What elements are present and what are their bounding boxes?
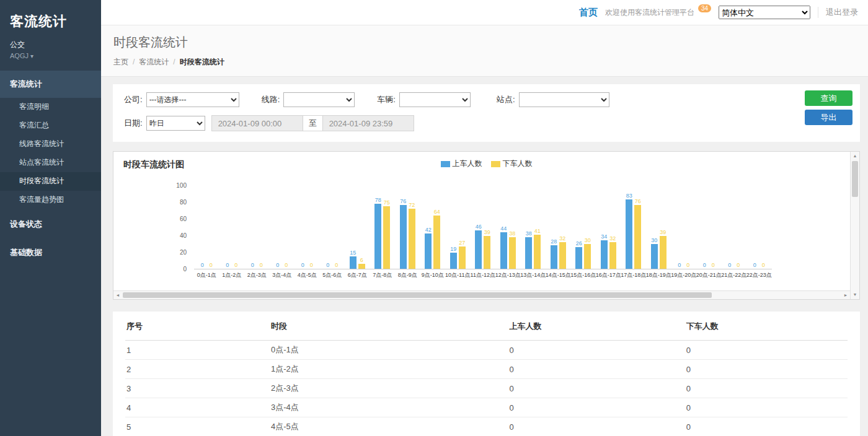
bar[interactable] [425, 233, 432, 269]
sidebar-item-时段客流统计[interactable]: 时段客流统计 [0, 172, 101, 191]
date-range-group: 至 [211, 115, 414, 131]
bar[interactable] [626, 199, 632, 269]
table-cell: 5 [125, 417, 270, 436]
app-logo: 客流统计 [0, 0, 101, 36]
bar[interactable] [559, 242, 566, 269]
y-tick-label: 60 [163, 216, 187, 222]
bar[interactable] [450, 253, 457, 269]
y-tick-label: 100 [163, 182, 187, 189]
scroll-right-icon[interactable] [841, 291, 850, 299]
x-axis-label: 5点-6点 [322, 271, 342, 279]
legend-item[interactable]: 下车人数 [491, 159, 533, 169]
table-header-cell: 时段 [270, 312, 508, 341]
bar[interactable] [609, 242, 616, 269]
sidebar-item-站点客流统计[interactable]: 站点客流统计 [0, 154, 101, 172]
line-label: 线路: [262, 94, 280, 105]
breadcrumb: 主页/客流统计/时段客流统计 [113, 57, 856, 68]
export-button[interactable]: 导出 [805, 110, 852, 125]
content: 公司: ---请选择--- 线路: 车辆: 站点: 日期: 昨日 [101, 77, 868, 436]
horizontal-scroll-thumb[interactable] [123, 292, 712, 298]
sidebar-item-客流汇总[interactable]: 客流汇总 [0, 116, 101, 135]
app-root: 客流统计 公交 AQGJ 客流统计客流明细客流汇总线路客流统计站点客流统计时段客… [0, 0, 868, 436]
sidebar-item-线路客流统计[interactable]: 线路客流统计 [0, 135, 101, 154]
bar[interactable] [584, 244, 591, 269]
legend-label: 上车人数 [453, 159, 482, 169]
table-row[interactable]: 10点-1点00 [125, 341, 848, 360]
x-axis-label: 3点-4点 [272, 271, 291, 279]
bar[interactable] [509, 237, 516, 269]
sidebar-item-设备状态[interactable]: 设备状态 [0, 211, 101, 238]
x-axis-label: 21点-22点 [721, 271, 746, 279]
date-to-input[interactable] [322, 115, 414, 131]
bar[interactable] [660, 236, 666, 269]
bar[interactable] [551, 245, 557, 269]
scroll-left-icon[interactable] [113, 291, 122, 299]
chart-horizontal-scrollbar[interactable] [113, 290, 850, 299]
bar-value-label: 38 [509, 230, 515, 237]
x-axis-label: 11点-12点 [471, 271, 495, 279]
bar[interactable] [350, 256, 356, 269]
chart-vertical-scrollbar[interactable] [850, 152, 859, 299]
bar[interactable] [383, 206, 390, 269]
sidebar-item-客流明细[interactable]: 客流明细 [0, 98, 101, 116]
bar[interactable] [433, 216, 440, 269]
query-button[interactable]: 查询 [805, 90, 852, 106]
scroll-down-icon[interactable] [851, 290, 859, 299]
x-axis-label: 2点-3点 [247, 271, 267, 279]
bar[interactable] [534, 235, 541, 269]
chart-category: 0021点-22点 [722, 185, 747, 269]
bar[interactable] [358, 264, 365, 269]
bar[interactable] [525, 237, 532, 269]
language-select[interactable]: 简体中文 [719, 6, 810, 19]
vehicle-select[interactable] [399, 92, 471, 107]
bar-value-label: 27 [459, 240, 465, 246]
legend-item[interactable]: 上车人数 [441, 159, 482, 169]
welcome-text: 欢迎使用客流统计管理平台 [605, 7, 694, 18]
notification-badge[interactable]: 34 [698, 4, 711, 12]
bar-value-label: 72 [409, 202, 415, 208]
bar[interactable] [500, 232, 507, 269]
breadcrumb-item: 时段客流统计 [180, 58, 224, 66]
chart-legend: 上车人数下车人数 [441, 159, 533, 169]
logout-link[interactable]: 退出登录 [818, 7, 858, 18]
breadcrumb-item[interactable]: 主页 [113, 58, 128, 66]
bar[interactable] [400, 205, 407, 269]
bar[interactable] [475, 230, 482, 269]
chart-panel: 时段车流统计图 上车人数下车人数 020406080100 000点-1点001… [113, 151, 860, 300]
filter-row-2: 日期: 昨日 至 [124, 115, 849, 131]
data-table-panel: 序号时段上车人数下车人数 10点-1点0021点-2点0032点-3点0043点… [113, 312, 860, 436]
company-select[interactable]: ---请选择--- [146, 92, 239, 107]
bar[interactable] [601, 240, 608, 269]
bar-value-label: 0 [301, 262, 304, 268]
vertical-scroll-thumb[interactable] [852, 161, 858, 197]
bar[interactable] [651, 244, 658, 269]
bar[interactable] [374, 204, 381, 269]
chart-category: 463911点-12点 [471, 185, 496, 269]
station-select[interactable] [519, 92, 609, 107]
table-row[interactable]: 43点-4点00 [125, 398, 848, 417]
bar[interactable] [575, 247, 582, 269]
table-row[interactable]: 21点-2点00 [125, 360, 848, 379]
line-select[interactable] [283, 92, 355, 107]
table-header-cell: 下车人数 [685, 312, 848, 341]
table-row[interactable]: 54点-5点00 [125, 417, 848, 436]
bar[interactable] [484, 236, 490, 269]
sidebar-item-客流量趋势图[interactable]: 客流量趋势图 [0, 191, 101, 209]
bar-value-label: 39 [484, 229, 490, 235]
chart-category: 000点-1点 [194, 185, 219, 269]
sidebar-item-客流统计[interactable]: 客流统计 [0, 71, 101, 98]
main-area: 首页 欢迎使用客流统计管理平台 34 简体中文 退出登录 时段客流统计 主页/客… [101, 0, 868, 436]
bar[interactable] [409, 209, 415, 269]
scroll-up-icon[interactable] [851, 152, 859, 160]
bar[interactable] [459, 246, 466, 269]
date-from-input[interactable] [211, 115, 303, 131]
home-link[interactable]: 首页 [579, 7, 598, 19]
chart-category: 283214点-15点 [546, 185, 571, 269]
breadcrumb-item[interactable]: 客流统计 [139, 58, 169, 66]
bar-value-label: 42 [425, 227, 432, 233]
bar[interactable] [634, 205, 641, 269]
org-code-dropdown[interactable]: AQGJ [0, 50, 101, 69]
sidebar-item-基础数据[interactable]: 基础数据 [0, 239, 101, 266]
table-row[interactable]: 32点-3点00 [125, 379, 848, 398]
date-preset-select[interactable]: 昨日 [146, 116, 205, 131]
